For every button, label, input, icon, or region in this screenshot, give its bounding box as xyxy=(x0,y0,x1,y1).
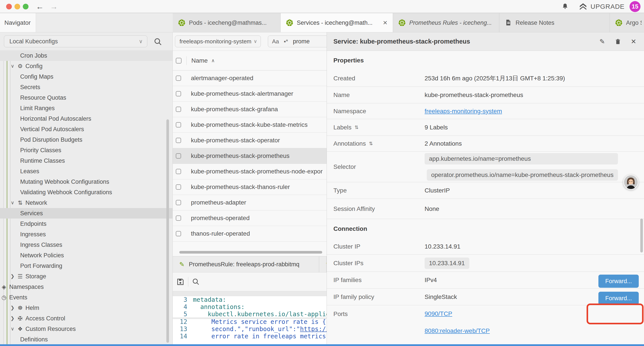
expand-toggle-icon[interactable]: ⇅ xyxy=(369,141,373,146)
sidebar-item[interactable]: Services xyxy=(0,208,173,219)
table-row[interactable]: prometheus-operated xyxy=(173,210,326,226)
sidebar-item[interactable]: Resource Quotas xyxy=(0,92,173,103)
table-row[interactable]: kube-prometheus-stack-alertmanager xyxy=(173,86,326,102)
match-case-icon[interactable]: Aa xyxy=(272,38,279,45)
sidebar-item[interactable]: Vertical Pod Autoscalers xyxy=(0,124,173,134)
tab-navigator[interactable]: Navigator xyxy=(0,13,36,32)
cluster-tab[interactable]: Argo Se xyxy=(610,13,644,32)
editor-line[interactable]: 13 second.","runbook_url":"https://net xyxy=(173,326,326,333)
sort-asc-icon[interactable]: ∧ xyxy=(211,58,215,63)
save-icon[interactable] xyxy=(176,278,184,286)
forward-port-button[interactable]: Forward... xyxy=(598,292,639,305)
selector-chip[interactable]: operator.prometheus.io/name=kube-prometh… xyxy=(427,169,618,181)
table-row[interactable]: kube-prometheus-stack-thanos-ruler xyxy=(173,179,326,195)
sidebar-item[interactable]: ∨ ❖ Custom Resources xyxy=(0,324,173,334)
sidebar-item[interactable]: Limit Ranges xyxy=(0,103,173,113)
sidebar-item[interactable]: ❯ ☸ Helm xyxy=(0,303,173,313)
sidebar-item[interactable]: Runtime Classes xyxy=(0,155,173,166)
table-row[interactable]: kube-prometheus-stack-prometheus-node-ex… xyxy=(173,164,326,179)
row-checkbox[interactable] xyxy=(176,122,181,127)
editor-line[interactable]: 14 error rate in freeleaps metrics ser xyxy=(173,333,326,340)
selector-chip[interactable]: app.kubernetes.io/name=prometheus xyxy=(424,153,618,164)
chevron-icon[interactable]: ∨ xyxy=(9,200,16,206)
sidebar-item[interactable]: Port Forwarding xyxy=(0,261,173,271)
notification-count-badge[interactable]: 15 xyxy=(630,1,640,12)
table-row[interactable]: kube-prometheus-stack-kube-state-metrics xyxy=(173,117,326,133)
column-header-name[interactable]: Name xyxy=(191,57,208,64)
expand-toggle-icon[interactable]: ⇅ xyxy=(355,125,358,130)
table-search-input[interactable]: Aa ▪* prome xyxy=(268,35,326,47)
cluster-tab[interactable]: Pods - icecheng@mathmas... xyxy=(173,13,280,32)
chevron-icon[interactable]: ∨ xyxy=(9,326,16,332)
sidebar-item[interactable]: Secrets xyxy=(0,82,173,92)
row-checkbox[interactable] xyxy=(176,75,181,81)
table-row[interactable]: alertmanager-operated xyxy=(173,70,326,86)
editor-tab-prometheusrule[interactable]: ✎ PrometheusRule: freeleaps-prod-rabbitm… xyxy=(173,256,319,272)
annotations-count[interactable]: 2 Annotations xyxy=(424,140,462,147)
close-panel-icon[interactable]: ✕ xyxy=(631,38,636,45)
port-link[interactable]: 8080:reloader-web/TCP xyxy=(424,327,490,335)
sidebar-item[interactable]: Network Policies xyxy=(0,250,173,261)
sidebar-item[interactable]: ◷ Events xyxy=(0,292,173,303)
horizontal-scrollbar[interactable] xyxy=(179,251,322,254)
back-icon[interactable]: ← xyxy=(35,1,45,12)
sidebar-item[interactable]: Horizontal Pod Autoscalers xyxy=(0,113,173,124)
row-checkbox[interactable] xyxy=(176,184,181,190)
table-row[interactable]: prometheus-adapter xyxy=(173,195,326,210)
editor-line[interactable]: 5 kubectl.kubernetes.io/last-applied-co xyxy=(173,311,326,318)
trash-icon[interactable] xyxy=(615,38,621,45)
row-checkbox[interactable] xyxy=(176,216,181,221)
cluster-tab[interactable]: Prometheus Rules - icecheng... xyxy=(393,13,499,32)
sidebar-item[interactable]: ∨ ⇅ Network xyxy=(0,198,173,208)
sidebar-scrollbar[interactable] xyxy=(166,119,169,343)
upgrade-button[interactable]: UPGRADE xyxy=(579,2,624,11)
sidebar-item[interactable]: Leases xyxy=(0,166,173,177)
namespace-link[interactable]: freeleaps-monitoring-system xyxy=(424,108,502,115)
yaml-editor[interactable]: 11 8","for":"1m","labels":{"service": 12… xyxy=(173,296,326,345)
table-row[interactable]: kube-prometheus-stack-grafana xyxy=(173,102,326,117)
sidebar-item[interactable]: Ingresses xyxy=(0,229,173,240)
port-link[interactable]: 9090/TCP xyxy=(424,310,452,317)
row-checkbox[interactable] xyxy=(176,138,181,143)
editor-line[interactable]: 3 metadata: xyxy=(173,296,326,303)
sidebar-item[interactable]: Definitions xyxy=(0,334,173,345)
row-checkbox[interactable] xyxy=(176,91,181,96)
labels-count[interactable]: 9 Labels xyxy=(424,124,448,131)
row-checkbox[interactable] xyxy=(176,169,181,174)
row-checkbox[interactable] xyxy=(176,231,181,236)
editor-search-icon[interactable] xyxy=(192,278,200,286)
table-row[interactable]: kube-prometheus-stack-prometheus xyxy=(173,148,326,164)
chevron-icon[interactable]: ❯ xyxy=(9,305,16,311)
table-row[interactable]: kube-prometheus-stack-operator xyxy=(173,133,326,148)
row-checkbox[interactable] xyxy=(176,107,181,112)
chevron-icon[interactable]: ∨ xyxy=(9,63,16,69)
close-window-button[interactable] xyxy=(6,4,12,9)
row-checkbox[interactable] xyxy=(176,153,181,159)
sidebar-item[interactable]: Cron Jobs xyxy=(0,50,173,61)
sidebar-item[interactable]: Pod Disruption Budgets xyxy=(0,134,173,145)
sidebar-item[interactable]: ◈ Namespaces xyxy=(0,282,173,292)
close-tab-icon[interactable]: ✕ xyxy=(380,19,388,26)
sidebar-item[interactable]: Validating Webhook Configurations xyxy=(0,187,173,198)
regex-icon[interactable]: ▪* xyxy=(284,38,288,45)
sidebar-item[interactable]: Endpoints xyxy=(0,219,173,229)
sidebar-item[interactable]: Mutating Webhook Configurations xyxy=(0,177,173,187)
kubeconfig-select[interactable]: Local Kubeconfigs ∨ xyxy=(4,35,147,47)
cluster-tab[interactable]: Release Notes xyxy=(499,13,610,32)
editor-tab-next[interactable]: ✎ xyxy=(319,256,326,272)
detail-panel-scrollbar[interactable] xyxy=(640,219,643,253)
cluster-tab[interactable]: Services - icecheng@math... ✕ xyxy=(280,13,393,32)
sidebar-search-icon[interactable] xyxy=(154,37,162,46)
forward-port-button[interactable]: Forward... xyxy=(598,275,639,288)
cluster-ip-chip[interactable]: 10.233.14.91 xyxy=(424,258,469,269)
sidebar-item[interactable]: Priority Classes xyxy=(0,145,173,155)
forward-icon[interactable]: → xyxy=(49,1,59,12)
sidebar-item[interactable]: Config Maps xyxy=(0,71,173,82)
chevron-icon[interactable]: ❯ xyxy=(9,316,16,321)
editor-line[interactable]: 4 annotations: xyxy=(173,303,326,311)
notifications-bell-icon[interactable] xyxy=(561,3,569,10)
namespace-select[interactable]: freeleaps-monitoring-system ∨ xyxy=(175,35,261,47)
maximize-window-button[interactable] xyxy=(23,4,28,9)
sidebar-item[interactable]: ∨ ⚙ Config xyxy=(0,61,173,71)
sidebar-item[interactable]: Ingress Classes xyxy=(0,240,173,250)
